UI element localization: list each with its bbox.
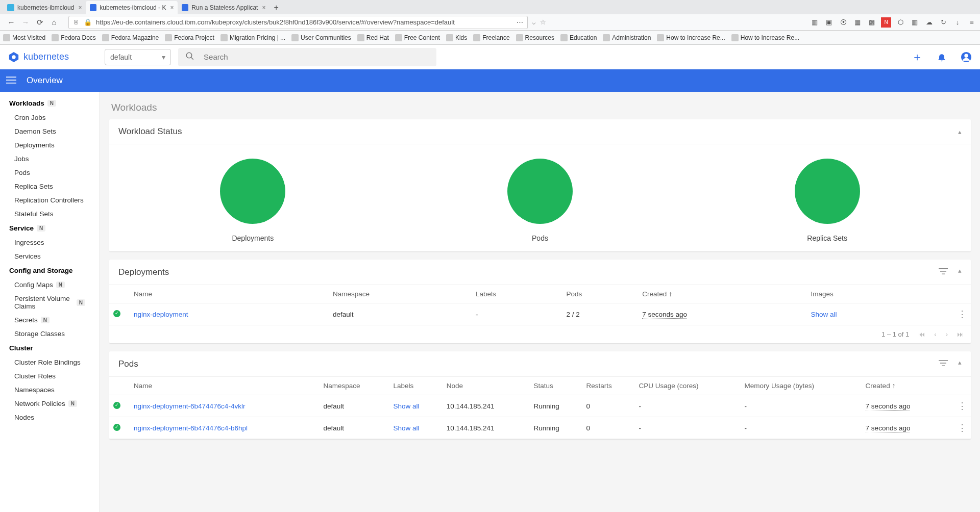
search-box[interactable]: Search <box>178 48 436 66</box>
star-icon[interactable]: ☆ <box>540 18 546 26</box>
sidebar-item[interactable]: Nodes <box>0 411 100 424</box>
bookmark-item[interactable]: Free Content <box>395 34 440 41</box>
bookmark-item[interactable]: How to Increase Re... <box>657 34 725 41</box>
back-icon[interactable]: ← <box>6 17 16 28</box>
pod-name-link[interactable]: nginx-deployment-6b474476c4-b6hpl <box>134 424 248 432</box>
first-page-icon[interactable]: ⏮ <box>918 330 925 338</box>
sidebar-item[interactable]: Namespaces <box>0 383 100 397</box>
grid2-icon[interactable]: ▩ <box>867 17 877 28</box>
column-header[interactable]: Pods <box>562 285 638 303</box>
sidebar-item[interactable]: Daemon Sets <box>0 124 100 138</box>
url-more-icon[interactable]: ⋯ <box>517 18 523 26</box>
row-menu-icon[interactable]: ⋮ <box>958 309 967 319</box>
collapse-icon[interactable]: ▴ <box>958 359 962 369</box>
notifications-icon[interactable] <box>936 52 947 63</box>
home-icon[interactable]: ⌂ <box>49 17 59 28</box>
close-icon[interactable]: × <box>262 4 265 11</box>
url-box[interactable]: ⛨ 🔒 https://eu-de.containers.cloud.ibm.c… <box>68 16 528 29</box>
bookmark-item[interactable]: Education <box>560 34 597 41</box>
next-page-icon[interactable]: › <box>946 330 948 338</box>
bookmark-item[interactable]: Administration <box>603 34 651 41</box>
column-header[interactable]: Created↑ <box>638 285 806 303</box>
sidebar-item[interactable]: Cluster Role Bindings <box>0 355 100 369</box>
sidebar-item[interactable]: Deployments <box>0 138 100 152</box>
sidebar-header[interactable]: Cluster <box>0 341 100 355</box>
account-icon[interactable]: ⦿ <box>838 17 848 28</box>
ext2-icon[interactable]: ⬡ <box>895 17 905 28</box>
column-header[interactable]: Name <box>130 377 320 395</box>
bookmark-item[interactable]: How to Increase Re... <box>731 34 799 41</box>
sidebar-item[interactable]: Ingresses <box>0 236 100 249</box>
column-header[interactable]: Status <box>529 377 582 395</box>
browser-tab[interactable]: kubernetes-ibmcloud - K× <box>86 1 178 14</box>
column-header[interactable]: CPU Usage (cores) <box>635 377 741 395</box>
bookmark-item[interactable]: Freelance <box>473 34 509 41</box>
ext5-icon[interactable]: ↻ <box>938 17 948 28</box>
new-tab-button[interactable]: + <box>270 1 284 14</box>
labels-show-all-link[interactable]: Show all <box>393 402 419 410</box>
column-header[interactable]: Name <box>130 285 329 303</box>
sidebar-header[interactable]: Config and Storage <box>0 263 100 278</box>
column-header[interactable]: Node <box>443 377 530 395</box>
kubernetes-logo[interactable]: kubernetes <box>8 52 69 63</box>
browser-tab[interactable]: kubernetes-ibmcloud× <box>3 1 86 14</box>
ext3-icon[interactable]: ▥ <box>910 17 920 28</box>
column-header[interactable]: Memory Usage (bytes) <box>740 377 861 395</box>
create-button[interactable]: ＋ <box>912 52 923 63</box>
namespace-select[interactable]: default ▾ <box>105 49 171 65</box>
sidebar-item[interactable]: Replication Controllers <box>0 193 100 207</box>
sidebar-item[interactable]: Jobs <box>0 152 100 166</box>
sidebar-header[interactable]: ServiceN <box>0 221 100 236</box>
row-menu-icon[interactable]: ⋮ <box>958 423 967 433</box>
reload-icon[interactable]: ⟳ <box>35 17 45 28</box>
column-header[interactable] <box>109 377 130 395</box>
user-icon[interactable] <box>961 52 972 63</box>
sidebar-item[interactable]: Cron Jobs <box>0 111 100 124</box>
sidebar-item[interactable]: Cluster Roles <box>0 369 100 383</box>
library-icon[interactable]: ▥ <box>810 17 820 28</box>
column-header[interactable]: Namespace <box>329 285 472 303</box>
sidebar-item[interactable]: Storage Classes <box>0 327 100 341</box>
images-show-all-link[interactable]: Show all <box>811 311 837 318</box>
bookmark-item[interactable]: Resources <box>516 34 554 41</box>
pocket-icon[interactable]: ⌵ <box>532 18 536 26</box>
row-menu-icon[interactable]: ⋮ <box>958 401 967 411</box>
column-header[interactable] <box>916 285 971 303</box>
column-header[interactable]: Labels <box>389 377 442 395</box>
sidebar-item[interactable]: Services <box>0 249 100 263</box>
column-header[interactable] <box>944 377 971 395</box>
sidebar-item[interactable]: Replica Sets <box>0 180 100 193</box>
column-header[interactable] <box>109 285 130 303</box>
prev-page-icon[interactable]: ‹ <box>934 330 936 338</box>
sidebar-item[interactable]: SecretsN <box>0 313 100 327</box>
bookmark-item[interactable]: Red Hat <box>357 34 389 41</box>
ext4-icon[interactable]: ☁ <box>924 17 934 28</box>
grid1-icon[interactable]: ▦ <box>852 17 863 28</box>
bookmark-item[interactable]: Fedora Docs <box>52 34 96 41</box>
download-icon[interactable]: ↓ <box>952 17 963 28</box>
bookmark-item[interactable]: Migration Pricing | ... <box>220 34 285 41</box>
column-header[interactable]: Labels <box>472 285 562 303</box>
sidebar-icon[interactable]: ▣ <box>824 17 834 28</box>
labels-show-all-link[interactable]: Show all <box>393 424 419 432</box>
filter-icon[interactable] <box>939 359 948 369</box>
column-header[interactable]: Restarts <box>582 377 635 395</box>
sidebar-item[interactable]: Stateful Sets <box>0 207 100 221</box>
ext1-icon[interactable]: N <box>881 17 891 28</box>
last-page-icon[interactable]: ⏭ <box>957 330 964 338</box>
collapse-icon[interactable]: ▴ <box>958 267 962 277</box>
pod-name-link[interactable]: nginx-deployment-6b474476c4-4vklr <box>134 402 245 410</box>
forward-icon[interactable]: → <box>20 17 31 28</box>
sidebar-item[interactable]: Persistent Volume ClaimsN <box>0 292 100 313</box>
column-header[interactable]: Images <box>807 285 916 303</box>
bookmark-item[interactable]: Fedora Project <box>165 34 214 41</box>
close-icon[interactable]: × <box>170 4 174 11</box>
bookmark-item[interactable]: Kids <box>446 34 467 41</box>
menu-icon[interactable]: ≡ <box>967 17 977 28</box>
bookmark-item[interactable]: Most Visited <box>3 34 45 41</box>
sidebar-item[interactable]: Config MapsN <box>0 278 100 292</box>
bookmark-item[interactable]: User Communities <box>291 34 351 41</box>
browser-tab[interactable]: Run a Stateless Applicat× <box>178 1 270 14</box>
column-header[interactable]: Created↑ <box>862 377 944 395</box>
sidebar-item[interactable]: Network PoliciesN <box>0 397 100 411</box>
